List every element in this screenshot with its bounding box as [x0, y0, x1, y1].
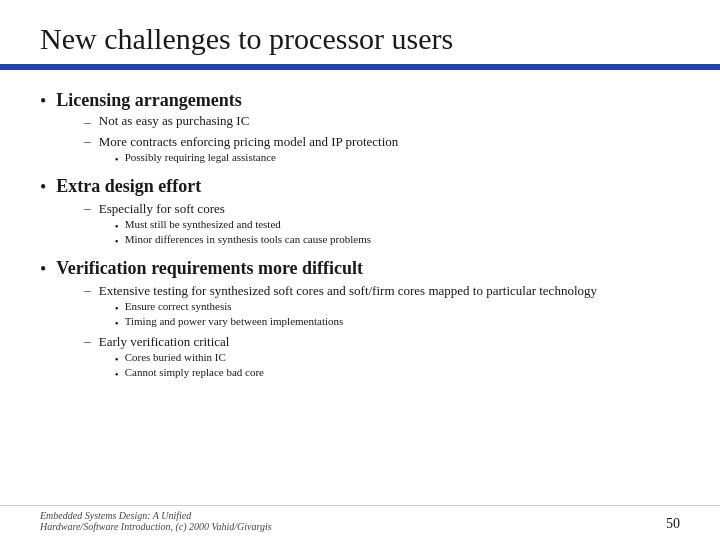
- sub-bullet-1-2-text: More contracts enforcing pricing model a…: [99, 134, 399, 149]
- title-area: New challenges to processor users: [0, 0, 720, 64]
- sub-bullet-3-1-dash: –: [84, 282, 91, 298]
- sub-sub-bullet-2-1-2-text: Minor differences in synthesis tools can…: [125, 233, 371, 245]
- footer-citation: Embedded Systems Design: A Unified Hardw…: [40, 510, 272, 532]
- sub-bullet-1-2-dash: –: [84, 133, 91, 149]
- bullet-2-subs: – Especially for soft cores • Must still…: [84, 199, 371, 248]
- sub-bullet-2-1-dash: –: [84, 200, 91, 216]
- sub-sub-bullet-3-2-1-dot: •: [115, 353, 119, 365]
- sub-sub-bullets-2-1: • Must still be synthesized and tested •…: [115, 218, 371, 247]
- sub-bullet-3-2-text: Early verification critical: [99, 334, 230, 349]
- sub-bullet-3-2: – Early verification critical • Cores bu…: [84, 332, 597, 381]
- bullet-3-dot: •: [40, 259, 46, 280]
- sub-sub-bullet-3-1-2-text: Timing and power vary between implementa…: [125, 315, 344, 327]
- bullet-2: • Extra design effort – Especially for s…: [40, 176, 680, 250]
- sub-sub-bullet-3-2-2: • Cannot simply replace bad core: [115, 366, 264, 380]
- sub-sub-bullet-3-1-2: • Timing and power vary between implemen…: [115, 315, 597, 329]
- sub-sub-bullet-2-1-1-text: Must still be synthesized and tested: [125, 218, 281, 230]
- slide-title: New challenges to processor users: [40, 22, 680, 56]
- sub-sub-bullet-3-2-2-dot: •: [115, 368, 119, 380]
- sub-bullet-2-1: – Especially for soft cores • Must still…: [84, 199, 371, 248]
- page-number: 50: [666, 516, 680, 532]
- sub-sub-bullet-3-2-2-text: Cannot simply replace bad core: [125, 366, 264, 378]
- sub-sub-bullet-2-1-1: • Must still be synthesized and tested: [115, 218, 371, 232]
- sub-sub-bullet-1-2-1-text: Possibly requiring legal assistance: [125, 151, 276, 163]
- sub-bullet-3-1-text: Extensive testing for synthesized soft c…: [99, 283, 597, 298]
- sub-bullet-1-1-dash: –: [84, 114, 91, 130]
- sub-bullet-3-2-dash: –: [84, 333, 91, 349]
- sub-bullet-1-1-text: Not as easy as purchasing IC: [99, 113, 250, 129]
- sub-sub-bullets-3-1: • Ensure correct synthesis • Timing and …: [115, 300, 597, 329]
- bullet-1-subs: – Not as easy as purchasing IC – More co…: [84, 113, 398, 166]
- bullet-2-dot: •: [40, 177, 46, 198]
- sub-sub-bullet-2-1-1-dot: •: [115, 220, 119, 232]
- bullet-1-dot: •: [40, 91, 46, 112]
- sub-bullet-1-1: – Not as easy as purchasing IC: [84, 113, 398, 130]
- bullet-3-subs: – Extensive testing for synthesized soft…: [84, 281, 597, 381]
- sub-sub-bullet-2-1-2: • Minor differences in synthesis tools c…: [115, 233, 371, 247]
- sub-bullet-3-1: – Extensive testing for synthesized soft…: [84, 281, 597, 330]
- sub-sub-bullet-3-1-1-dot: •: [115, 302, 119, 314]
- footer-line1: Embedded Systems Design: A Unified: [40, 510, 272, 521]
- slide: New challenges to processor users • Lice…: [0, 0, 720, 540]
- sub-sub-bullet-3-1-1-text: Ensure correct synthesis: [125, 300, 232, 312]
- bullet-1-label: Licensing arrangements: [56, 90, 241, 110]
- bullet-1: • Licensing arrangements – Not as easy a…: [40, 90, 680, 168]
- footer: Embedded Systems Design: A Unified Hardw…: [0, 505, 720, 532]
- sub-sub-bullet-3-2-1-text: Cores buried within IC: [125, 351, 226, 363]
- sub-sub-bullet-2-1-2-dot: •: [115, 235, 119, 247]
- sub-sub-bullets-3-2: • Cores buried within IC • Cannot simply…: [115, 351, 264, 380]
- sub-sub-bullets-1-2: • Possibly requiring legal assistance: [115, 151, 399, 165]
- footer-line2: Hardware/Software Introduction, (c) 2000…: [40, 521, 272, 532]
- sub-bullet-1-2: – More contracts enforcing pricing model…: [84, 132, 398, 166]
- sub-bullet-2-1-text: Especially for soft cores: [99, 201, 225, 216]
- sub-sub-bullet-3-2-1: • Cores buried within IC: [115, 351, 264, 365]
- bullet-3: • Verification requirements more difficu…: [40, 258, 680, 383]
- bullet-2-label: Extra design effort: [56, 176, 201, 196]
- sub-sub-bullet-1-2-1-dot: •: [115, 153, 119, 165]
- content-area: • Licensing arrangements – Not as easy a…: [0, 70, 720, 395]
- sub-sub-bullet-3-1-1: • Ensure correct synthesis: [115, 300, 597, 314]
- bullet-3-label: Verification requirements more difficult: [56, 258, 363, 278]
- sub-sub-bullet-1-2-1: • Possibly requiring legal assistance: [115, 151, 399, 165]
- sub-sub-bullet-3-1-2-dot: •: [115, 317, 119, 329]
